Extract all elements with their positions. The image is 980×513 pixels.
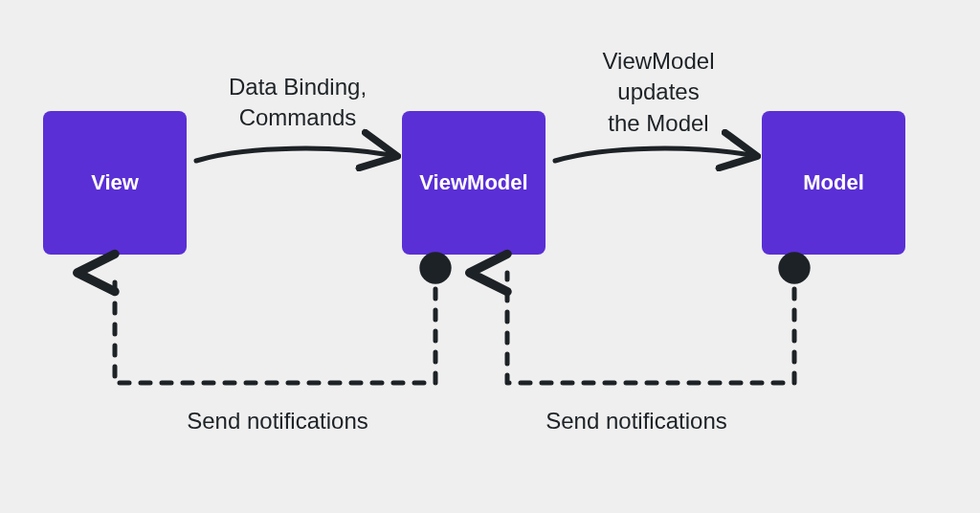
box-viewmodel: ViewModel xyxy=(402,111,546,255)
box-view: View xyxy=(43,111,187,255)
arrow-view-to-viewmodel xyxy=(196,148,390,161)
label-send-notifications-left: Send notifications xyxy=(163,406,392,436)
label-data-binding: Data Binding, Commands xyxy=(207,72,389,134)
label-viewmodel-updates: ViewModel updates the Model xyxy=(563,46,754,139)
box-viewmodel-label: ViewModel xyxy=(419,170,527,195)
arrow-viewmodel-to-model xyxy=(555,148,750,161)
connectors xyxy=(0,0,980,513)
box-model-label: Model xyxy=(803,170,864,195)
feedback-viewmodel-to-view xyxy=(115,268,435,383)
feedback-model-to-viewmodel xyxy=(507,268,794,383)
box-model: Model xyxy=(762,111,905,255)
box-view-label: View xyxy=(91,170,139,195)
label-send-notifications-right: Send notifications xyxy=(522,406,751,436)
